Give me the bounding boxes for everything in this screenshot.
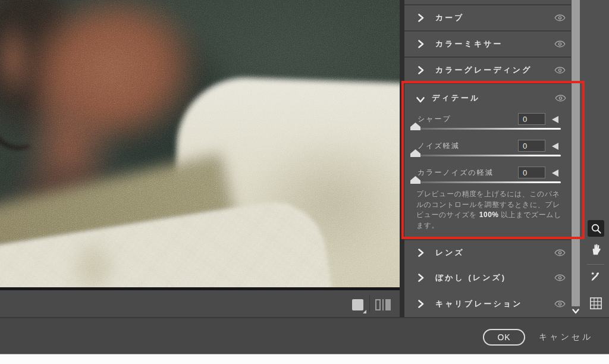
chevron-right-icon — [417, 274, 424, 282]
ok-button[interactable]: OK — [483, 329, 525, 346]
section-label: キャリブレーション — [435, 299, 522, 309]
section-color-grading[interactable]: カラーグレーディング — [404, 58, 573, 84]
noise-reduction-slider-track[interactable] — [413, 155, 561, 156]
detail-note-text: プレビューの精度を上げるには、このパネルのコントロールを調整するときに、プレビュ… — [416, 189, 567, 231]
adjustments-panel: カーブ カラーミキサー カラーグレーディング ディテール シャープ 0 ノイズ軽… — [404, 0, 609, 317]
cancel-button[interactable]: キャンセル — [539, 332, 594, 343]
section-lens-blur[interactable]: ぼかし (レンズ) — [404, 265, 573, 291]
noise-reduction-label: ノイズ軽減 — [417, 141, 460, 151]
preview-mode-dropdown-icon[interactable] — [363, 310, 366, 313]
section-label: カーブ — [435, 12, 464, 23]
eye-icon[interactable] — [554, 274, 566, 282]
hand-icon — [590, 243, 602, 256]
section-calibration[interactable]: キャリブレーション — [404, 290, 573, 317]
noise-reduction-value-field[interactable]: 0 — [518, 140, 545, 152]
section-curve[interactable]: カーブ — [404, 5, 573, 32]
chevron-right-icon — [417, 14, 424, 22]
preview-mode-square-icon[interactable] — [352, 299, 363, 310]
dialog-footer: OK キャンセル — [0, 317, 609, 354]
chevron-down-icon — [572, 309, 579, 314]
section-color-mixer[interactable]: カラーミキサー — [404, 32, 573, 58]
scroll-down-button[interactable] — [571, 307, 580, 315]
chevron-right-icon — [417, 66, 424, 74]
sharpen-value-field[interactable]: 0 — [518, 113, 545, 125]
color-noise-reduction-label: カラーノイズの軽減 — [417, 168, 494, 178]
left-triangle-icon[interactable] — [552, 116, 558, 123]
zoom-icon — [591, 223, 602, 234]
hand-tool-button[interactable] — [589, 241, 603, 257]
eye-icon[interactable] — [554, 14, 566, 22]
eye-icon[interactable] — [554, 300, 566, 308]
white-balance-eyedropper-icon — [589, 269, 602, 283]
chevron-right-icon — [417, 249, 424, 257]
left-triangle-icon[interactable] — [552, 143, 558, 150]
section-detail-collapse[interactable] — [416, 95, 425, 105]
color-noise-reduction-value-field[interactable]: 0 — [518, 167, 545, 178]
zoom-tool-button[interactable] — [588, 220, 604, 237]
left-triangle-icon[interactable] — [552, 170, 558, 177]
chevron-right-icon — [417, 40, 424, 48]
camera-raw-dialog: カーブ カラーミキサー カラーグレーディング ディテール シャープ 0 ノイズ軽… — [0, 0, 609, 364]
grid-overlay-tool-button[interactable] — [589, 296, 603, 311]
note-zoom-percent: 100% — [479, 211, 499, 219]
eye-icon[interactable] — [555, 94, 566, 105]
preview-toolbar — [0, 290, 400, 317]
section-lens[interactable]: レンズ — [404, 240, 573, 266]
film-grain-overlay-2 — [0, 0, 400, 287]
color-noise-reduction-slider-track[interactable] — [413, 181, 561, 183]
section-label: レンズ — [435, 247, 464, 258]
grid-overlay-icon — [589, 297, 602, 310]
chevron-down-icon — [416, 96, 425, 103]
panel-left-edge — [400, 0, 404, 317]
section-label: カラーミキサー — [435, 39, 503, 49]
before-after-view-icon[interactable] — [375, 299, 391, 310]
chevron-right-icon — [417, 300, 424, 308]
eye-icon[interactable] — [554, 40, 566, 48]
tool-strip-divider — [587, 264, 604, 265]
section-label: カラーグレーディング — [435, 65, 532, 76]
section-detail-title: ディテール — [432, 93, 480, 103]
sharpen-label: シャープ — [417, 114, 451, 124]
eye-icon[interactable] — [554, 249, 566, 257]
eye-icon[interactable] — [554, 66, 566, 74]
panel-scrollbar[interactable] — [571, 0, 580, 306]
image-preview-canvas[interactable] — [0, 0, 400, 287]
bottom-white-strip — [0, 354, 609, 364]
sharpen-slider-track[interactable] — [413, 128, 561, 130]
preview-toolbar-divider — [369, 295, 370, 312]
white-balance-tool-button[interactable] — [588, 268, 604, 284]
section-label: ぼかし (レンズ) — [435, 272, 506, 283]
